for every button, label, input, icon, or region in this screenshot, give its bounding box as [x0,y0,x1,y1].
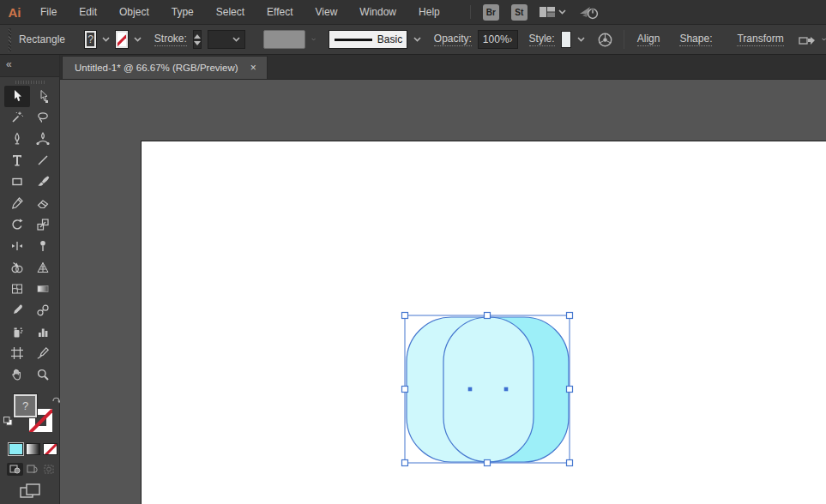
pen-tool[interactable] [4,129,30,150]
shaper-tool[interactable] [4,193,30,214]
workspace-switcher-icon [540,6,555,18]
menu-bar: Ai FileEditObjectTypeSelectEffectViewWin… [0,0,826,25]
none-button[interactable] [43,443,57,455]
fill-indicator[interactable]: ? [14,394,37,417]
tools-panel: « [0,55,60,504]
menu-item-select[interactable]: Select [205,0,256,24]
transform-panel-link[interactable]: Transform [737,33,783,46]
draw-behind-button[interactable] [24,463,40,476]
stroke-color-dropdown[interactable] [134,31,142,48]
bridge-button[interactable]: Br [483,4,499,21]
eraser-tool[interactable] [30,193,56,214]
brush-definition-dropdown[interactable]: Basic [329,30,407,49]
menu-item-effect[interactable]: Effect [256,0,304,24]
style-panel-link[interactable]: Style: [529,33,555,46]
collapse-panel-button[interactable]: « [6,58,12,70]
panel-grip[interactable] [9,28,11,51]
close-tab-icon[interactable]: × [250,62,256,74]
opacity-field[interactable]: 100% › [478,30,518,49]
stroke-none-swatch[interactable] [116,31,127,48]
brush-stroke-preview [335,39,372,41]
stock-button[interactable]: St [511,4,528,21]
canvas-pasteboard[interactable] [60,80,826,504]
recolor-artwork-icon [598,33,612,47]
align-panel-link[interactable]: Align [637,33,660,46]
shape-builder-tool[interactable] [4,257,30,279]
draw-inside-button [41,463,57,476]
change-screen-mode-button[interactable] [19,483,59,504]
width-profile-dropdown [263,30,305,49]
menu-item-edit[interactable]: Edit [68,0,108,24]
screen-mode-icon [19,483,41,501]
scale-tool[interactable] [30,214,56,236]
drawing-mode-buttons [7,463,59,476]
shape-panel-link[interactable]: Shape: [679,33,712,46]
color-button[interactable] [9,443,23,455]
curvature-tool[interactable] [30,129,56,150]
menu-item-file[interactable]: File [29,0,68,24]
stepper-down-icon [194,41,201,45]
front-shape-center-point[interactable] [468,387,473,392]
brush-definition-chevron[interactable] [413,31,421,48]
rotate-tool[interactable] [4,214,30,236]
draw-normal-button[interactable] [7,463,23,476]
gradient-button[interactable] [26,443,40,455]
control-options-bar: Rectangle ? Stroke: Basic Opacity: 100% … [0,25,826,55]
share-publish-icon[interactable] [578,5,599,20]
document-tab-title: Untitled-1* @ 66.67% (RGB/Preview) [75,63,238,73]
fill-swatch[interactable]: ? [85,31,96,48]
slice-tool[interactable] [30,343,56,364]
direct-selection-tool[interactable] [30,86,56,107]
line-segment-tool[interactable] [30,150,56,171]
workspace-switcher[interactable] [540,6,566,18]
eyedropper-tool[interactable] [4,300,30,321]
chevron-down-icon [558,9,566,15]
tool-context-label: Rectangle [19,33,65,45]
arrange-button[interactable] [799,33,816,46]
document-tab[interactable]: Untitled-1* @ 66.67% (RGB/Preview) × [62,56,268,79]
chevron-down-icon[interactable] [822,37,826,42]
hand-tool[interactable] [4,364,30,386]
opacity-panel-link[interactable]: Opacity: [434,33,472,46]
color-type-buttons [9,443,59,455]
stroke-weight-field[interactable] [208,30,245,49]
menu-item-type[interactable]: Type [160,0,205,24]
panel-grip[interactable] [15,81,45,84]
arrange-icon [799,33,816,46]
document-tab-bar: Untitled-1* @ 66.67% (RGB/Preview) × [60,55,826,80]
fill-stroke-indicator: ? [12,394,57,435]
opacity-arrow-icon[interactable]: › [509,33,513,45]
menu-item-window[interactable]: Window [348,0,407,24]
width-tool[interactable] [4,236,30,257]
stroke-panel-link[interactable]: Stroke: [154,33,187,46]
paintbrush-tool[interactable] [30,171,56,193]
style-dropdown[interactable] [577,31,585,48]
selection-tool[interactable] [4,86,30,107]
back-shape-center-point[interactable] [504,387,509,392]
recolor-artwork-button[interactable] [598,33,612,47]
artboard-tool[interactable] [4,343,30,364]
zoom-tool[interactable] [30,364,56,386]
type-tool[interactable] [4,150,30,171]
rectangle-tool[interactable] [4,171,30,193]
style-swatch[interactable] [561,31,572,48]
selected-artwork[interactable] [60,80,826,504]
default-fill-stroke-icon[interactable] [3,417,13,426]
chevron-down-icon [311,37,316,42]
column-graph-tool[interactable] [30,321,56,343]
magic-wand-tool[interactable] [4,107,30,129]
fill-dropdown[interactable] [102,31,110,48]
symbol-sprayer-tool[interactable] [4,321,30,343]
menu-item-view[interactable]: View [304,0,349,24]
gradient-tool[interactable] [30,279,56,300]
stroke-weight-stepper[interactable] [193,30,202,49]
stepper-up-icon [194,34,201,39]
blend-tool[interactable] [30,300,56,321]
mesh-tool[interactable] [4,279,30,300]
menu-list: FileEditObjectTypeSelectEffectViewWindow… [29,0,451,24]
menu-item-help[interactable]: Help [407,0,451,24]
menu-item-object[interactable]: Object [108,0,160,24]
lasso-tool[interactable] [30,107,56,129]
puppet-warp-tool[interactable] [30,236,56,257]
perspective-grid-tool[interactable] [30,257,56,279]
